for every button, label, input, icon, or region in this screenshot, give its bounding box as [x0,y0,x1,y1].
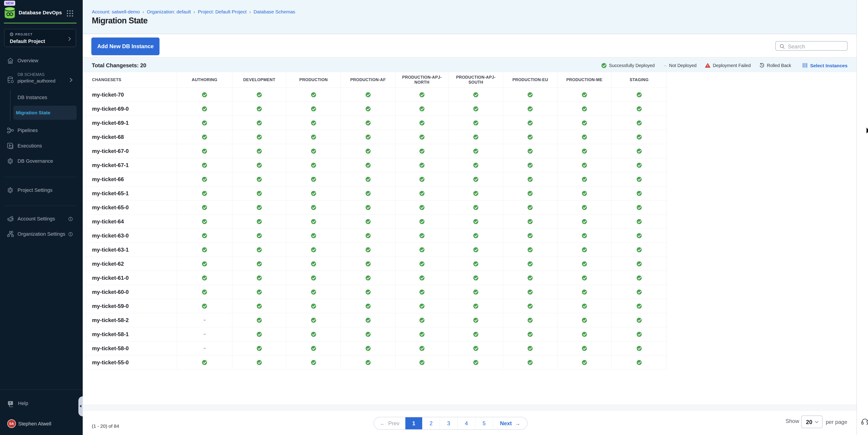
svg-text:?: ? [9,401,11,405]
